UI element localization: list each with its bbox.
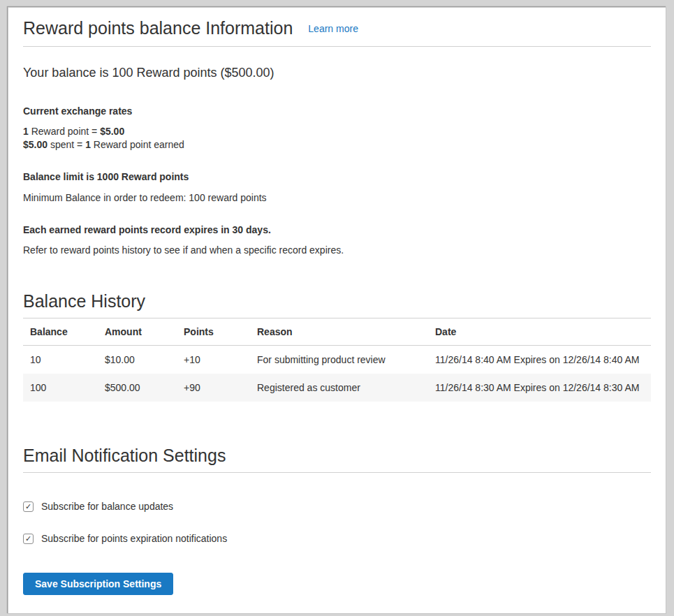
points-expiration-label[interactable]: Subscribe for points expiration notifica… bbox=[41, 533, 227, 544]
table-header-row: Balance Amount Points Reason Date bbox=[23, 318, 651, 346]
balance-history-table: Balance Amount Points Reason Date 10 $10… bbox=[23, 318, 651, 402]
cell-points: +90 bbox=[177, 374, 250, 402]
points-expiration-checkbox[interactable]: ✓ bbox=[23, 534, 34, 544]
points-expiration-field: ✓ Subscribe for points expiration notifi… bbox=[23, 533, 651, 544]
cell-date: 11/26/14 8:40 AM Expires on 12/26/14 8:4… bbox=[428, 346, 651, 374]
column-header-balance: Balance bbox=[23, 318, 98, 346]
cell-points: +10 bbox=[177, 346, 250, 374]
reward-info-card: Reward points balance InformationLearn m… bbox=[8, 7, 666, 614]
column-header-points: Points bbox=[177, 318, 250, 346]
cell-balance: 100 bbox=[23, 374, 98, 402]
email-settings-title-row: Email Notification Settings bbox=[23, 445, 651, 473]
page-background: Reward points balance InformationLearn m… bbox=[0, 0, 674, 616]
expiration-text: Each earned reward points record expires… bbox=[23, 224, 651, 235]
balance-history-title-row: Balance History bbox=[23, 291, 651, 318]
balance-updates-checkbox[interactable]: ✓ bbox=[23, 501, 34, 512]
minimum-balance-text: Minimum Balance in order to redeem: 100 … bbox=[23, 192, 651, 203]
page-title: Reward points balance Information bbox=[23, 18, 293, 38]
expiration-note-text: Refer to reward points history to see if… bbox=[23, 244, 651, 256]
cell-amount: $10.00 bbox=[98, 346, 177, 374]
checkmark-icon: ✓ bbox=[25, 503, 31, 511]
table-row: 10 $10.00 +10 For submitting product rev… bbox=[23, 346, 651, 374]
cell-reason: Registered as customer bbox=[250, 374, 428, 402]
balance-updates-label[interactable]: Subscribe for balance updates bbox=[41, 501, 173, 512]
checkmark-icon: ✓ bbox=[25, 535, 31, 543]
cell-balance: 10 bbox=[23, 346, 98, 374]
balance-history-heading: Balance History bbox=[23, 291, 145, 311]
exchange-rates-lines: 1 Reward point = $5.00$5.00 spent = 1 Re… bbox=[23, 125, 651, 152]
cell-date: 11/26/14 8:30 AM Expires on 12/26/14 8:3… bbox=[428, 374, 651, 402]
page-title-row: Reward points balance InformationLearn m… bbox=[23, 17, 651, 47]
cell-amount: $500.00 bbox=[98, 374, 177, 402]
column-header-date: Date bbox=[428, 318, 651, 346]
column-header-amount: Amount bbox=[98, 318, 177, 346]
balance-updates-field: ✓ Subscribe for balance updates bbox=[23, 501, 651, 512]
learn-more-link[interactable]: Learn more bbox=[308, 23, 358, 34]
balance-summary: Your balance is 100 Reward points ($500.… bbox=[23, 65, 651, 80]
cell-reason: For submitting product review bbox=[250, 346, 428, 374]
email-settings-heading: Email Notification Settings bbox=[23, 446, 226, 465]
column-header-reason: Reason bbox=[250, 318, 428, 346]
rate-line-earn: $5.00 spent = 1 Reward point earned bbox=[23, 139, 184, 150]
table-row: 100 $500.00 +90 Registered as customer 1… bbox=[23, 374, 651, 402]
exchange-rates-heading: Current exchange rates bbox=[23, 105, 651, 117]
rate-line-redeem: 1 Reward point = $5.00 bbox=[23, 126, 124, 137]
save-subscription-settings-button[interactable]: Save Subscription Settings bbox=[23, 573, 173, 595]
balance-limit-text: Balance limit is 1000 Reward points bbox=[23, 171, 651, 182]
